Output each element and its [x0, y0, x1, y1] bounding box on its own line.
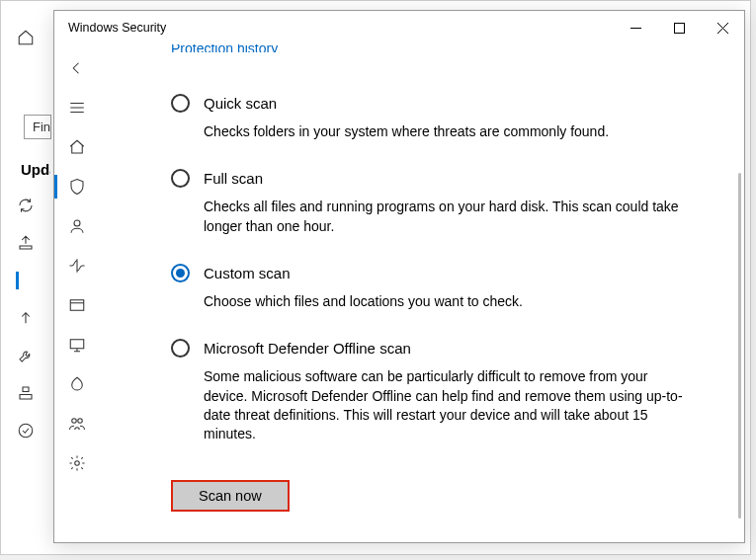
svg-point-5 [72, 419, 77, 424]
settings-icon[interactable] [67, 453, 87, 473]
home-icon[interactable] [67, 137, 87, 157]
svg-rect-4 [70, 340, 84, 349]
option-desc: Some malicious software can be particula… [204, 367, 695, 443]
scan-option-quick[interactable]: Quick scan Checks folders in your system… [171, 94, 695, 141]
svg-rect-3 [70, 300, 84, 311]
svg-point-6 [78, 419, 83, 424]
bg-sidebar [1, 15, 50, 554]
nav-rail [54, 44, 100, 542]
device-security-icon[interactable] [67, 335, 87, 355]
option-desc: Checks all files and running programs on… [204, 198, 695, 236]
scan-option-full[interactable]: Full scan Checks all files and running p… [171, 169, 695, 236]
option-title: Microsoft Defender Offline scan [204, 340, 411, 357]
menu-icon[interactable] [67, 98, 87, 118]
sync-icon[interactable] [17, 197, 35, 214]
scan-option-custom[interactable]: Custom scan Choose which files and locat… [171, 264, 695, 311]
delivery-icon[interactable] [17, 234, 35, 252]
shield-icon[interactable] [16, 272, 34, 289]
svg-point-2 [74, 220, 80, 226]
app-browser-icon[interactable] [67, 295, 87, 315]
family-icon[interactable] [67, 414, 87, 434]
window-title: Windows Security [68, 21, 614, 35]
windows-security-window: Windows Security Protection history [53, 10, 745, 543]
option-title: Quick scan [204, 95, 277, 112]
home-icon[interactable] [17, 29, 35, 46]
wrench-icon[interactable] [17, 347, 35, 364]
svg-rect-1 [674, 23, 684, 33]
firewall-icon[interactable] [67, 256, 87, 276]
check-circle-icon[interactable] [17, 422, 35, 440]
protection-history-link[interactable]: Protection history [171, 44, 714, 52]
back-icon[interactable] [67, 58, 87, 78]
radio-icon[interactable] [171, 339, 190, 358]
developer-icon[interactable] [17, 384, 35, 402]
maximize-button[interactable] [657, 11, 701, 44]
option-desc: Checks folders in your system where thre… [204, 122, 695, 141]
device-performance-icon[interactable] [67, 374, 87, 394]
titlebar: Windows Security [54, 11, 744, 44]
content-area: Protection history Quick scan Checks fol… [100, 44, 744, 542]
minimize-button[interactable] [614, 11, 657, 44]
account-icon[interactable] [67, 216, 87, 236]
close-button[interactable] [701, 11, 744, 44]
troubleshoot-icon[interactable] [17, 309, 35, 327]
option-desc: Choose which files and locations you wan… [204, 292, 695, 311]
option-title: Custom scan [204, 265, 291, 281]
scan-option-defender-offline[interactable]: Microsoft Defender Offline scan Some mal… [171, 339, 695, 443]
svg-point-0 [19, 424, 33, 438]
virus-protection-icon[interactable] [67, 177, 87, 197]
scrollbar[interactable] [738, 173, 741, 519]
radio-icon[interactable] [171, 94, 190, 113]
option-title: Full scan [204, 170, 263, 187]
scan-now-button[interactable]: Scan now [171, 480, 290, 512]
scan-options-group: Quick scan Checks folders in your system… [171, 94, 714, 444]
svg-point-7 [75, 461, 80, 466]
radio-icon[interactable] [171, 264, 190, 282]
radio-icon[interactable] [171, 169, 190, 188]
